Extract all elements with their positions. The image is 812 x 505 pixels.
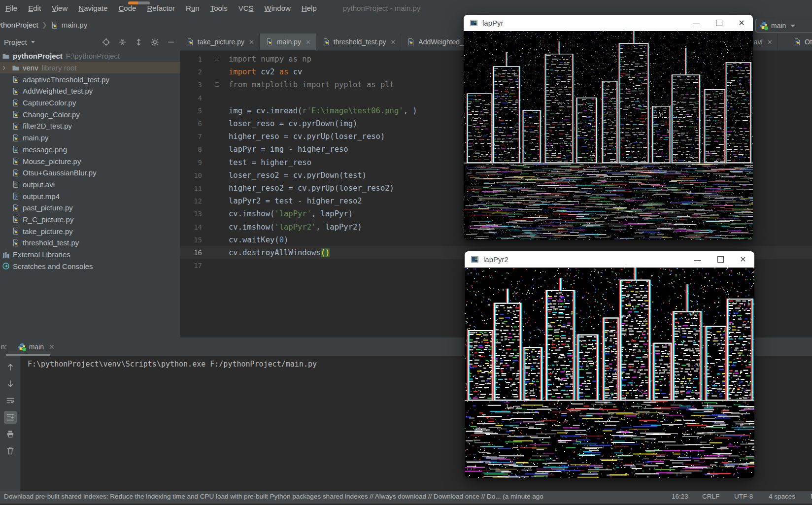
menu-item-run[interactable]: Run (180, 4, 205, 12)
tree-item-filter2d-test-py[interactable]: filter2D_test.py (0, 120, 180, 132)
tree-item-adaptivethreshold-test-py[interactable]: adaptiveThreshold_test.py (0, 73, 180, 85)
tree-item-output-avi[interactable]: output.avi (0, 179, 180, 191)
text-icon (12, 180, 20, 188)
project-panel-title[interactable]: Project (4, 38, 27, 46)
tree-item-addweighted-test-py[interactable]: AddWeighted_test.py (0, 85, 180, 97)
menu-bar: FileEditViewNavigateCodeRefactorRunTools… (0, 0, 812, 16)
opencv-window-lappyr2[interactable]: lapPyr2—✕ (465, 251, 754, 478)
run-tab-main[interactable]: main ✕ (18, 337, 55, 356)
editor-tab-otsu-gaussianblur-py[interactable]: Otsu+GaussianBlur.py✕ (787, 34, 812, 50)
py-icon (12, 227, 20, 235)
close-icon[interactable]: ✕ (767, 38, 773, 46)
window-title-bar[interactable]: lapPyr2—✕ (465, 251, 754, 268)
tree-item-main-py[interactable]: main.py (0, 132, 180, 144)
tree-item-label: take_picture.py (23, 227, 73, 236)
tree-item-r-c-picture-py[interactable]: R_C_picture.py (0, 214, 180, 226)
pycharm-ide: { "menu": { "items": [ {"label":"File","… (0, 0, 812, 505)
maximize-button[interactable] (708, 15, 730, 31)
status-message[interactable]: Download pre-built shared indexes: Reduc… (4, 493, 543, 500)
code-text: loser_reso2 = cv.pyrDown(test) (229, 171, 367, 180)
scroll-to-end-icon[interactable] (4, 411, 17, 424)
tree-item-change-color-py[interactable]: Change_Color.py (0, 108, 180, 120)
menu-items: FileEditViewNavigateCodeRefactorRunTools… (0, 4, 322, 12)
py-icon (12, 157, 20, 165)
locate-icon[interactable] (102, 38, 110, 46)
chevron-down-icon (31, 41, 35, 43)
svg-text:?: ? (14, 195, 17, 200)
close-icon[interactable]: ✕ (305, 38, 311, 46)
menu-item-view[interactable]: View (46, 4, 73, 12)
code-text: img = cv.imread(r'E:\image\test06.png', … (229, 106, 417, 115)
run-tab-label: main (29, 343, 44, 351)
code-text: import cv2 as cv (229, 67, 302, 76)
code-text: import numpy as np (229, 55, 311, 64)
tree-item-venv[interactable]: venvlibrary root (0, 62, 180, 74)
close-icon[interactable]: ✕ (249, 38, 254, 46)
menu-item-window[interactable]: Window (259, 4, 296, 12)
tree-item-message-png[interactable]: message.png (0, 144, 180, 156)
python-file-icon (407, 38, 415, 46)
print-icon[interactable] (4, 428, 17, 440)
menu-item-tools[interactable]: Tools (205, 4, 233, 12)
clear-console-icon[interactable] (4, 444, 17, 457)
maximize-button[interactable] (709, 251, 732, 268)
image-window-icon (470, 19, 478, 27)
chevron-right-icon[interactable] (1, 65, 8, 71)
opencv-image-lappyr2 (465, 268, 754, 478)
close-icon[interactable]: ✕ (49, 343, 55, 351)
minimize-button[interactable]: — (685, 15, 708, 31)
breadcrumb[interactable]: pythonProject ❯ main.py (0, 21, 87, 29)
settings-gear-icon[interactable] (151, 38, 159, 46)
tree-item-otsu-gaussianblur-py[interactable]: Otsu+GaussianBlur.py (0, 167, 180, 179)
tree-item-past-picture-py[interactable]: past_picture.py (0, 202, 180, 214)
status-widget-4-spaces[interactable]: 4 spaces (769, 493, 795, 500)
close-button[interactable]: ✕ (732, 251, 754, 268)
tree-item-pythonproject[interactable]: pythonProjectF:\pythonProject (0, 50, 180, 62)
expand-all-icon[interactable] (135, 38, 143, 46)
tree-item-external-libraries[interactable]: External Libraries (0, 249, 180, 261)
menu-item-help[interactable]: Help (296, 4, 322, 12)
run-configuration-selector[interactable]: main (755, 19, 812, 33)
status-widget-utf-8[interactable]: UTF-8 (734, 493, 753, 500)
code-text: lapPyr2 = test - higher_reso2 (229, 197, 362, 205)
tree-item-take-picture-py[interactable]: take_picture.py (0, 225, 180, 237)
run-tab-underline (6, 354, 50, 356)
editor-tab-main-py[interactable]: main.py✕ (260, 34, 316, 50)
menu-item-file[interactable]: File (0, 4, 23, 12)
status-widget-crlf[interactable]: CRLF (702, 493, 719, 500)
tree-item-label: threshold_test.py (23, 238, 79, 247)
tree-item-label: pythonProject (13, 52, 63, 60)
jump-to-previous-icon[interactable] (4, 361, 17, 373)
minimize-button[interactable]: — (686, 251, 709, 268)
menu-item-code[interactable]: Code (113, 4, 142, 12)
py-icon (12, 110, 20, 118)
window-title-bar[interactable]: lapPyr—✕ (464, 15, 753, 31)
python-file-icon (51, 21, 59, 29)
breadcrumb-file[interactable]: main.py (62, 21, 88, 29)
close-icon[interactable]: ✕ (390, 38, 396, 46)
tree-item-output-mp4[interactable]: ?output.mp4 (0, 190, 180, 202)
opencv-window-lappyr[interactable]: lapPyr—✕ (464, 15, 753, 240)
menu-item-refactor[interactable]: Refactor (141, 4, 180, 12)
py-icon (12, 239, 20, 247)
menu-item-edit[interactable]: Edit (23, 4, 46, 12)
breadcrumb-separator-icon: ❯ (42, 21, 47, 29)
soft-wrap-icon[interactable] (4, 394, 17, 407)
close-button[interactable]: ✕ (730, 15, 753, 31)
breadcrumb-project[interactable]: pythonProject (0, 21, 38, 29)
tree-item-threshold-test-py[interactable]: threshold_test.py (0, 237, 180, 249)
menu-item-vcs[interactable]: VCS (233, 4, 259, 12)
menu-item-navigate[interactable]: Navigate (73, 4, 113, 12)
image-icon (12, 145, 20, 153)
jump-to-next-icon[interactable] (4, 377, 17, 390)
editor-tab-threshold_test-py[interactable]: threshold_test.py✕ (316, 34, 402, 50)
hide-panel-icon[interactable] (167, 38, 175, 46)
tree-item-label: venv (23, 64, 38, 72)
line-number: 12 (180, 197, 202, 205)
collapse-all-icon[interactable] (118, 38, 127, 46)
editor-tab-take_picture-py[interactable]: take_picture.py✕ (180, 34, 260, 50)
tree-item-scratches-and-consoles[interactable]: Scratches and Consoles (0, 260, 180, 272)
status-widget-16-23[interactable]: 16:23 (672, 493, 688, 500)
tree-item-capturecolor-py[interactable]: CaptureColor.py (0, 97, 180, 109)
tree-item-mouse-picture-py[interactable]: Mouse_picture.py (0, 155, 180, 167)
